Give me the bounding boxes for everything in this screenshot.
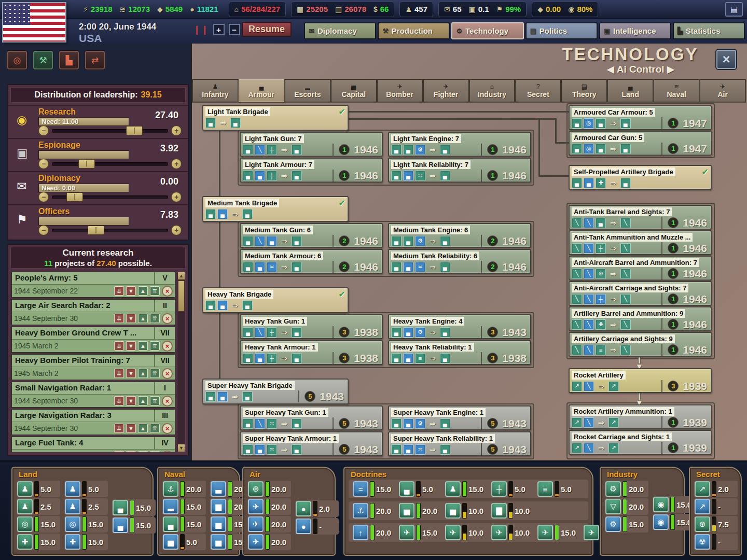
tech-box[interactable]: Medium Tank Brigade✔▄▄⇒▄ — [202, 196, 349, 222]
research-item[interactable]: People's Army: 5V1944 September 22⇊▼▲⇈× — [11, 272, 175, 298]
tech-tab-secret[interactable]: ?Secret — [515, 79, 561, 102]
radio-button[interactable]: ◎ — [7, 51, 27, 69]
tech-box[interactable]: Artillery Carriage and Sights: 9╲╲≡⇒╲119… — [569, 332, 712, 357]
priority-highest-button[interactable]: ⇈ — [150, 341, 160, 351]
cancel-research-button[interactable]: × — [162, 286, 173, 297]
land-tech-item[interactable]: ♟2.5 — [64, 498, 108, 515]
secret-tech-item[interactable]: ↗- — [694, 498, 738, 515]
trade-button[interactable]: ⇄ — [85, 51, 105, 69]
air-tech-item[interactable]: ✈20.0 — [247, 498, 291, 515]
leadership-slider[interactable]: −+ — [38, 158, 182, 170]
nav-tab-production[interactable]: ⚒Production — [378, 22, 450, 39]
industry-tech-item[interactable]: ⚙15.0 — [605, 516, 648, 533]
air-tech-item[interactable]: ✈20.0 — [247, 534, 291, 550]
priority-highest-button[interactable]: ⇈ — [150, 314, 160, 323]
cancel-research-button[interactable]: × — [162, 341, 173, 352]
doctrines-tech-item[interactable]: ┼5.0 — [491, 481, 532, 497]
slider-track[interactable] — [52, 229, 168, 232]
priority-down-button[interactable]: ▼ — [126, 286, 136, 296]
naval-tech-item[interactable]: ⚓20.0 — [162, 481, 206, 497]
research-item[interactable]: Heavy Bomber Pilot Training: 7VII1945 Ma… — [11, 354, 175, 380]
cancel-research-button[interactable]: × — [162, 313, 173, 324]
tech-tab-escorts[interactable]: ▂Escorts — [285, 79, 330, 102]
priority-lowest-button[interactable]: ⇊ — [114, 314, 124, 323]
doctrines-tech-item[interactable]: ↑20.0 — [353, 525, 394, 540]
land-tech-item[interactable]: ◎15.0 — [64, 516, 108, 533]
tech-box[interactable]: Heavy Tank Engine: 4▄▄⚙⇒▄31943 — [388, 314, 531, 339]
doctrines-tech-item[interactable]: ✈15.0 — [399, 525, 440, 540]
slider-plus-button[interactable]: + — [171, 159, 182, 169]
land-tech-item[interactable]: ▄15.0 — [112, 499, 156, 516]
tech-box[interactable]: Heavy Tank Reliability: 1▄▄≡⇒▄31938 — [388, 340, 531, 365]
tech-box[interactable]: Super Heavy Tank Armour: 1▄▄≍⇒▄51943 — [240, 431, 383, 456]
slider-handle[interactable] — [78, 159, 95, 169]
slider-handle[interactable] — [66, 192, 83, 202]
tech-tab-armour[interactable]: ▄Armour — [239, 79, 284, 102]
tech-tab-bomber[interactable]: ✈Bomber — [377, 79, 423, 102]
country-flag[interactable] — [2, 2, 66, 43]
priority-up-button[interactable]: ▲ — [138, 286, 148, 296]
priority-lowest-button[interactable]: ⇊ — [114, 424, 124, 433]
land-tech-item[interactable]: ▄15.0 — [112, 517, 156, 534]
tech-tab-fighter[interactable]: ✈Fighter — [423, 79, 469, 102]
slider-plus-button[interactable]: + — [171, 192, 182, 202]
cancel-research-button[interactable]: × — [162, 423, 173, 434]
tech-box[interactable]: Light Tank Brigade✔▄⇒▄ — [202, 105, 349, 131]
doctrines-tech-item[interactable]: ⚓20.0 — [353, 503, 394, 519]
land-tech-item[interactable]: ♟2.5 — [17, 498, 60, 515]
next-arrow-icon[interactable]: ▶ — [667, 64, 675, 75]
priority-up-button[interactable]: ▲ — [138, 396, 148, 405]
priority-down-button[interactable]: ▼ — [126, 424, 136, 433]
cancel-research-button[interactable]: × — [162, 396, 173, 407]
nav-tab-statistics[interactable]: ▙Statistics — [673, 22, 745, 39]
priority-down-button[interactable]: ▼ — [126, 341, 136, 351]
slider-minus-button[interactable]: − — [38, 192, 49, 202]
slider-minus-button[interactable]: − — [38, 125, 49, 136]
tech-box[interactable]: Super Heavy Tank Reliability: 1▄▄≍⇒▄5194… — [388, 431, 531, 456]
tech-box[interactable]: Light Tank Engine: 7▄▄⚙⇒▄11946 — [388, 132, 531, 157]
priority-highest-button[interactable]: ⇈ — [150, 396, 160, 405]
nav-tab-politics[interactable]: ▤Politics — [525, 22, 598, 39]
industry-tech-item[interactable]: ⚙20.0 — [605, 481, 648, 497]
tech-tab-land[interactable]: ▄Land — [607, 79, 653, 102]
priority-lowest-button[interactable]: ⇊ — [114, 396, 124, 405]
priority-down-button[interactable]: ▼ — [126, 451, 136, 452]
priority-highest-button[interactable]: ⇈ — [150, 286, 160, 296]
research-item[interactable]: Large Fuel Tank: 4IV1944 November 3⇊▼▲⇈× — [11, 437, 175, 452]
priority-lowest-button[interactable]: ⇊ — [114, 341, 124, 351]
priority-highest-button[interactable]: ⇈ — [150, 424, 160, 433]
doctrines-tech-item[interactable]: ▅20.0 — [399, 503, 440, 519]
tech-box[interactable]: Medium Tank Engine: 6▄▄⚙⇒▄21946 — [388, 223, 531, 248]
doctrines-tech-item[interactable]: ≡5.0 — [537, 481, 578, 497]
tech-box[interactable]: Super Heavy Tank Engine: 1▄▄⚙⇒▄51943 — [388, 405, 531, 430]
tech-box[interactable]: Self-Propelled Artillery Brigade✔▄▄✚⇒▄ — [569, 165, 712, 190]
cancel-research-button[interactable]: × — [162, 368, 173, 379]
scroll-thumb[interactable] — [178, 281, 185, 312]
priority-up-button[interactable]: ▲ — [138, 424, 148, 433]
slider-minus-button[interactable]: − — [38, 225, 49, 235]
land-tech-item[interactable]: ◎15.0 — [17, 516, 60, 533]
tech-tab-industry[interactable]: ⌂Industry — [469, 79, 515, 102]
tech-box[interactable]: Heavy Tank Gun: 1▄╲┼⇒▄31938 — [240, 314, 383, 339]
tech-tab-naval[interactable]: ≋Naval — [654, 79, 699, 102]
tech-box[interactable]: Anti-Aircraft Carriage and Sights: 7╲╲┼⇒… — [569, 281, 712, 306]
naval-tech-item[interactable]: ▅5.0 — [162, 534, 206, 550]
tech-tab-infantry[interactable]: ♟Infantry — [192, 79, 238, 102]
tech-box[interactable]: Light Tank Armour: 7▄▄┼⇒▄11946 — [240, 158, 383, 183]
research-item[interactable]: Small Navigation Radar: 1I1944 September… — [11, 382, 175, 408]
air-tech-item[interactable]: ⊛20.0 — [247, 481, 291, 497]
slider-track[interactable] — [52, 129, 168, 133]
menu-button[interactable]: ▤ — [725, 2, 743, 17]
doctrines-tech-item[interactable]: ✈10.0 — [445, 525, 486, 540]
pause-icon[interactable]: ❙❙ — [193, 24, 209, 35]
priority-down-button[interactable]: ▼ — [126, 314, 136, 323]
production-hammer-button[interactable]: ⚒ — [33, 51, 53, 69]
priority-up-button[interactable]: ▲ — [138, 314, 148, 323]
research-item[interactable]: Heavy Bomber Ground Crew T ...VII1945 Ma… — [11, 327, 175, 353]
naval-tech-item[interactable]: ▂15.0 — [162, 498, 206, 515]
tech-box[interactable]: Anti-Tank Barrel and Sights: 7╲╲▄⇒╲11946 — [569, 205, 712, 230]
factory-button[interactable]: ▙ — [59, 51, 79, 69]
priority-lowest-button[interactable]: ⇊ — [114, 369, 124, 378]
slider-plus-button[interactable]: + — [171, 225, 182, 235]
land-tech-item[interactable]: ♟5.0 — [64, 481, 108, 497]
